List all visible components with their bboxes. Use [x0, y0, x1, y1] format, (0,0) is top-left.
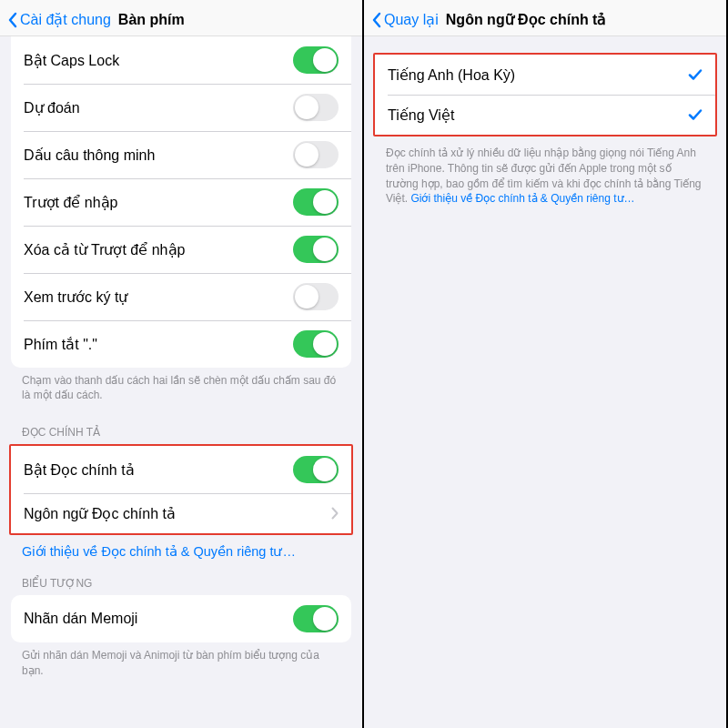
row-delete-slide[interactable]: Xóa cả từ Trượt để nhập	[11, 226, 351, 273]
keyboard-options-list: Bật Caps Lock Dự đoán Dấu câu thông minh…	[11, 36, 351, 368]
toggle-char-preview[interactable]	[293, 283, 339, 310]
back-button[interactable]: Quay lại	[371, 11, 439, 28]
footer-language-info: Đọc chính tả xử lý nhiều dữ liệu nhập bằ…	[364, 136, 726, 216]
label: Bật Caps Lock	[24, 52, 293, 69]
keyboard-settings-screen: Cài đặt chung Bàn phím Bật Caps Lock Dự …	[0, 0, 364, 728]
label: Ngôn ngữ Đọc chính tả	[24, 505, 331, 522]
content: Tiếng Anh (Hoa Kỳ) Tiếng Việt Đọc chính …	[364, 36, 726, 728]
chevron-right-icon	[331, 507, 339, 520]
toggle-period-shortcut[interactable]	[293, 330, 339, 358]
footer-memoji: Gửi nhãn dán Memoji và Animoji từ bàn ph…	[0, 642, 362, 686]
chevron-left-icon	[7, 12, 17, 28]
section-header-dictation: ĐỌC CHÍNH TẢ	[0, 411, 362, 444]
label: Nhãn dán Memoji	[24, 611, 293, 627]
section-header-emoji: BIỂU TƯỢNG	[0, 562, 362, 595]
checkmark-icon	[688, 108, 703, 121]
row-slide-to-type[interactable]: Trượt để nhập	[11, 178, 351, 226]
row-char-preview[interactable]: Xem trước ký tự	[11, 273, 351, 320]
label: Trượt để nhập	[24, 194, 293, 211]
toggle-enable-dictation[interactable]	[293, 456, 339, 483]
row-memoji[interactable]: Nhãn dán Memoji	[11, 595, 351, 642]
highlight-dictation: Bật Đọc chính tả Ngôn ngữ Đọc chính tả	[9, 444, 353, 535]
row-period-shortcut[interactable]: Phím tắt "."	[11, 320, 351, 368]
label: Tiếng Việt	[388, 106, 688, 124]
footer-privacy-link[interactable]: Giới thiệu về Đọc chính tả & Quyền riêng…	[410, 192, 634, 205]
toggle-capslock[interactable]	[293, 46, 339, 74]
label: Phím tắt "."	[24, 336, 293, 353]
label: Tiếng Anh (Hoa Kỳ)	[388, 66, 688, 84]
emoji-list: Nhãn dán Memoji	[11, 595, 351, 642]
row-dictation-languages[interactable]: Ngôn ngữ Đọc chính tả	[11, 493, 351, 533]
chevron-left-icon	[371, 12, 381, 28]
row-smart-punctuation[interactable]: Dấu câu thông minh	[11, 131, 351, 178]
page-title: Ngôn ngữ Đọc chính tả	[446, 11, 607, 28]
page-title: Bàn phím	[118, 12, 185, 28]
label: Dự đoán	[24, 99, 293, 116]
row-enable-dictation[interactable]: Bật Đọc chính tả	[11, 446, 351, 493]
toggle-slide-to-type[interactable]	[293, 188, 339, 216]
toggle-smart-punctuation[interactable]	[293, 141, 339, 168]
label: Bật Đọc chính tả	[24, 461, 293, 479]
back-label: Cài đặt chung	[20, 11, 111, 28]
footer-period-shortcut: Chạm vào thanh dấu cách hai lần sẽ chèn …	[0, 368, 362, 411]
dictation-languages-screen: Quay lại Ngôn ngữ Đọc chính tả Tiếng Anh…	[364, 0, 728, 728]
checkmark-icon	[688, 68, 703, 81]
back-label: Quay lại	[384, 11, 439, 28]
toggle-memoji[interactable]	[293, 605, 339, 632]
highlight-languages: Tiếng Anh (Hoa Kỳ) Tiếng Việt	[373, 53, 717, 136]
row-lang-vi[interactable]: Tiếng Việt	[375, 95, 715, 135]
content: Bật Caps Lock Dự đoán Dấu câu thông minh…	[0, 36, 362, 728]
languages-list: Tiếng Anh (Hoa Kỳ) Tiếng Việt	[375, 55, 715, 135]
dictation-list: Bật Đọc chính tả Ngôn ngữ Đọc chính tả	[11, 446, 351, 533]
dictation-privacy-link[interactable]: Giới thiệu về Đọc chính tả & Quyền riêng…	[0, 535, 362, 562]
toggle-delete-slide[interactable]	[293, 236, 339, 263]
label: Dấu câu thông minh	[24, 147, 293, 164]
row-capslock[interactable]: Bật Caps Lock	[11, 36, 351, 84]
back-button[interactable]: Cài đặt chung	[7, 11, 111, 28]
label: Xóa cả từ Trượt để nhập	[24, 241, 293, 258]
toggle-prediction[interactable]	[293, 94, 339, 121]
navbar: Cài đặt chung Bàn phím	[0, 0, 362, 36]
row-lang-en-us[interactable]: Tiếng Anh (Hoa Kỳ)	[375, 55, 715, 95]
navbar: Quay lại Ngôn ngữ Đọc chính tả	[364, 0, 726, 36]
label: Xem trước ký tự	[24, 288, 293, 306]
row-prediction[interactable]: Dự đoán	[11, 84, 351, 131]
